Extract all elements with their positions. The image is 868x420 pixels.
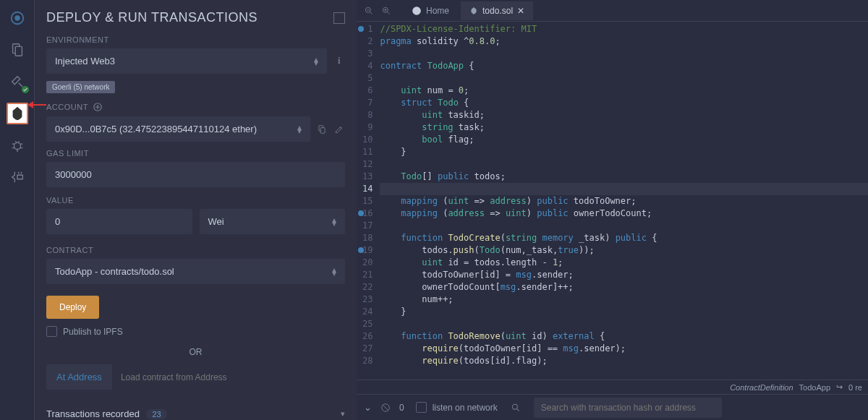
code-content: //SPDX-License-Identifier: MIT pragma so… <box>380 22 868 380</box>
add-account-icon[interactable] <box>93 102 103 112</box>
caret-icon: ▴▾ <box>332 218 336 226</box>
debugger-icon[interactable] <box>7 134 28 156</box>
svg-rect-8 <box>321 127 326 133</box>
gas-label: GAS LIMIT <box>46 149 345 158</box>
terminal-bar: ⌄ 0 listen on network <box>357 394 868 420</box>
remix-logo-icon[interactable] <box>7 7 28 29</box>
tab-home[interactable]: Home <box>403 1 458 20</box>
contract-label: CONTRACT <box>46 246 345 254</box>
sidebar-nav <box>0 0 35 420</box>
contract-select[interactable]: TodoApp - contracts/todo.sol ▴▾ <box>46 259 345 284</box>
svg-point-1 <box>14 15 20 20</box>
listen-checkbox[interactable] <box>416 402 427 413</box>
value-label: VALUE <box>46 196 345 205</box>
value-unit-select[interactable]: Wei ▴▾ <box>200 209 346 234</box>
environment-select[interactable]: Injected Web3 ▴▾ <box>46 48 327 74</box>
block-icon[interactable] <box>379 401 392 414</box>
deploy-button[interactable]: Deploy <box>46 296 99 319</box>
terminal-search-input[interactable] <box>534 398 722 418</box>
share-icon[interactable]: ↪ <box>836 382 843 392</box>
svg-point-11 <box>412 7 421 15</box>
or-divider: OR <box>46 347 345 357</box>
caret-icon: ▴▾ <box>297 126 302 133</box>
plugin-manager-icon[interactable] <box>7 166 28 188</box>
account-select[interactable]: 0x90D...0B7c5 (32.475223895447110124 eth… <box>46 116 310 142</box>
zoom-out-icon[interactable] <box>362 4 375 17</box>
chevron-down-icon[interactable]: ⌄ <box>364 402 372 413</box>
env-label: ENVIRONMENT <box>46 35 345 44</box>
publish-ipfs-label: Publish to IPFS <box>63 327 123 337</box>
gas-limit-input[interactable]: 3000000 <box>46 162 345 187</box>
publish-ipfs-checkbox[interactable] <box>46 326 57 337</box>
tab-todo-sol[interactable]: todo.sol ✕ <box>461 1 533 20</box>
caret-icon: ▴▾ <box>332 268 336 275</box>
svg-point-13 <box>512 404 517 409</box>
code-editor[interactable]: 1 2 3 4 5 6 7 8 9 10 11 12 13 14 15 16 1… <box>357 22 868 380</box>
transactions-recorded-row[interactable]: Transactions recorded 23 ▾ <box>46 403 345 420</box>
svg-point-5 <box>14 142 20 149</box>
docs-icon[interactable] <box>333 12 345 24</box>
edit-icon[interactable] <box>333 123 345 136</box>
info-icon[interactable]: i <box>333 55 345 68</box>
deploy-run-icon[interactable] <box>7 103 28 124</box>
value-amount-input[interactable]: 0 <box>46 209 192 234</box>
listen-label: listen on network <box>433 403 498 413</box>
close-icon[interactable]: ✕ <box>517 6 524 16</box>
editor-area: Home todo.sol ✕ 1 2 3 4 5 6 7 8 9 10 11 … <box>357 0 868 420</box>
tx-count-badge: 23 <box>146 409 166 419</box>
tab-bar: Home todo.sol ✕ <box>357 0 868 22</box>
status-line: ContractDefinition TodoApp ↪ 0 re <box>357 380 868 394</box>
gutter: 1 2 3 4 5 6 7 8 9 10 11 12 13 14 15 16 1… <box>357 22 380 380</box>
highlight-arrow <box>32 104 46 106</box>
account-label: ACCOUNT <box>46 103 88 111</box>
search-icon[interactable] <box>509 401 522 414</box>
panel-title: DEPLOY & RUN TRANSACTIONS <box>46 10 258 25</box>
network-badge: Goerli (5) network <box>46 81 115 93</box>
caret-icon: ▴▾ <box>314 58 318 65</box>
chevron-down-icon: ▾ <box>341 409 345 419</box>
at-address-button[interactable]: At Address <box>46 364 112 390</box>
compiler-icon[interactable] <box>7 71 28 93</box>
copy-icon[interactable] <box>316 123 328 136</box>
at-address-input[interactable] <box>112 364 345 390</box>
pending-count: 0 <box>399 403 404 413</box>
file-explorer-icon[interactable] <box>7 39 28 61</box>
deploy-panel: DEPLOY & RUN TRANSACTIONS ENVIRONMENT In… <box>35 0 357 420</box>
zoom-in-icon[interactable] <box>380 4 393 17</box>
svg-rect-3 <box>15 46 22 56</box>
